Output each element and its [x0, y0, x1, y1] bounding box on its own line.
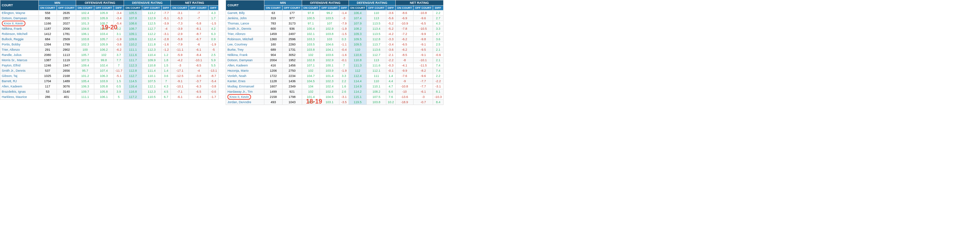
stat-cell: 63: [264, 11, 283, 16]
stat-cell: 97.8: [302, 11, 320, 16]
stat-cell: -6.3: [189, 84, 208, 89]
stat-cell: 113.5: [367, 21, 386, 26]
player-name[interactable]: Jordan, DeAndre: [226, 100, 264, 105]
player-name[interactable]: Thomas, Lance: [226, 21, 264, 26]
net-off-header: OFF COURT: [189, 6, 208, 11]
stat-cell: 103.8: [320, 32, 339, 37]
player-name[interactable]: Ntilkina, Frank: [0, 26, 39, 32]
stat-cell: 537: [39, 68, 57, 73]
player-name[interactable]: Randle, Julius: [0, 53, 39, 58]
player-name[interactable]: Robinson, Mitchell: [0, 32, 39, 37]
player-name[interactable]: Ellington, Wayne: [0, 11, 39, 16]
player-name[interactable]: Garrett, Billy: [226, 11, 264, 16]
stat-cell: 836: [39, 16, 57, 21]
player-name[interactable]: Barrett, RJ: [0, 79, 39, 84]
stat-cell: 114.2: [348, 89, 367, 94]
stat-cell: 1187: [39, 26, 57, 32]
stat-cell: 109.4: [76, 63, 94, 68]
player-name[interactable]: Smith Jr., Dennis: [0, 68, 39, 73]
stat-cell: 977: [282, 16, 302, 21]
stat-cell: -6.1: [171, 94, 189, 100]
stat-cell: -4.2: [386, 32, 396, 37]
stat-cell: -9.1: [414, 53, 433, 58]
player-name[interactable]: Harkless, Maurice: [0, 94, 39, 100]
stat-cell: 1.6: [339, 84, 348, 89]
stat-cell: 103.8: [302, 47, 320, 53]
off-diff-header: DIFF: [113, 6, 124, 11]
stat-cell: 2260: [282, 42, 302, 47]
stat-cell: -9.9: [414, 32, 433, 37]
stat-cell: -8.4: [189, 53, 208, 58]
stat-cell: 2.1: [433, 47, 444, 53]
right-def-diff-header: DIFF: [386, 6, 396, 11]
player-name[interactable]: Dotson, Damyean: [0, 16, 39, 21]
stat-cell: -0.1: [386, 68, 396, 73]
player-name[interactable]: Vonleh, Noah: [226, 73, 264, 79]
player-name[interactable]: Brazdeikis, Ignas: [0, 89, 39, 94]
stat-cell: -3: [171, 63, 189, 68]
player-name[interactable]: Lee, Courtney: [226, 42, 264, 47]
stat-cell: 113.2: [142, 11, 161, 16]
player-name[interactable]: Allen, Kadeem: [226, 63, 264, 68]
stat-cell: 7: [339, 63, 348, 68]
player-name[interactable]: Dotson, Damyean: [226, 58, 264, 63]
stat-cell: -7.2: [395, 32, 414, 37]
stat-cell: 112.8: [124, 68, 142, 73]
stat-cell: 100: [76, 47, 94, 53]
stat-cell: -11.5: [414, 63, 433, 68]
player-name[interactable]: Knox II, Kevin: [0, 21, 39, 26]
stat-cell: -5.1: [161, 16, 171, 21]
stat-cell: 1722: [264, 73, 283, 79]
right-table-container: 18-19 ↓ COURT MIN OFFENSIVE RATING DEFEN…: [226, 0, 443, 105]
stat-cell: 4.3: [161, 84, 171, 89]
stat-cell: -7.7: [414, 84, 433, 89]
stat-cell: 2902: [57, 47, 76, 53]
stat-cell: -5.8: [189, 21, 208, 26]
stat-cell: 105.9: [94, 16, 114, 21]
stat-cell: 1499: [264, 89, 283, 94]
stat-cell: -5.6: [386, 16, 396, 21]
player-name[interactable]: Portis, Bobby: [0, 42, 39, 47]
stat-cell: 108.2: [348, 26, 367, 32]
stat-cell: 291: [39, 47, 57, 53]
player-name[interactable]: Morris Sr., Marcus: [0, 58, 39, 63]
player-name[interactable]: Kanter, Enes: [226, 79, 264, 84]
player-name[interactable]: Bullock, Reggie: [0, 37, 39, 42]
player-name[interactable]: Robinson, Mitchell: [226, 37, 264, 42]
player-name[interactable]: Mudiay, Emmanuel: [226, 84, 264, 89]
stat-cell: 2.5: [208, 53, 219, 58]
stat-cell: 112.1: [367, 68, 386, 73]
player-name[interactable]: Trier, Allonzo: [226, 32, 264, 37]
player-name[interactable]: Hardaway Jr., Tim: [226, 89, 264, 94]
stat-cell: -1.5: [339, 32, 348, 37]
stat-cell: -2.1: [386, 53, 396, 58]
player-name[interactable]: Allen, Kadeem: [0, 84, 39, 89]
player-name[interactable]: Burke, Trey: [226, 47, 264, 53]
stat-cell: 112.3: [124, 63, 142, 68]
stat-cell: 2.1: [433, 58, 444, 63]
stat-cell: 1.7: [208, 16, 219, 21]
stat-cell: 177: [282, 11, 302, 16]
stat-cell: -9: [395, 79, 414, 84]
stat-cell: 105.7: [76, 53, 94, 58]
player-name[interactable]: Hezonja, Mario: [226, 68, 264, 73]
player-name[interactable]: Trier, Allonzo: [0, 47, 39, 53]
player-name[interactable]: Knox II, Kevin: [226, 94, 264, 100]
player-name[interactable]: Ntilkina, Frank: [226, 53, 264, 58]
stat-cell: 110.1: [367, 84, 386, 89]
stat-cell: 99.8: [94, 58, 114, 63]
stat-cell: -6.5: [414, 21, 433, 26]
player-name[interactable]: Gibson, Taj: [0, 73, 39, 79]
stat-cell: 2596: [282, 37, 302, 42]
player-name[interactable]: Payton, Elfrid: [0, 63, 39, 68]
player-name[interactable]: Jenkins, John: [226, 16, 264, 21]
stat-cell: -2.2: [433, 79, 444, 84]
stat-cell: 1166: [39, 21, 57, 26]
stat-cell: -10.1: [414, 58, 433, 63]
stat-cell: -6.2: [113, 47, 124, 53]
stat-cell: -3: [414, 94, 433, 100]
player-name[interactable]: Smith Jr., Dennis: [226, 26, 264, 32]
stat-cell: 112.7: [124, 73, 142, 79]
stat-cell: 97.1: [302, 21, 320, 26]
stat-cell: 103.1: [320, 100, 339, 105]
